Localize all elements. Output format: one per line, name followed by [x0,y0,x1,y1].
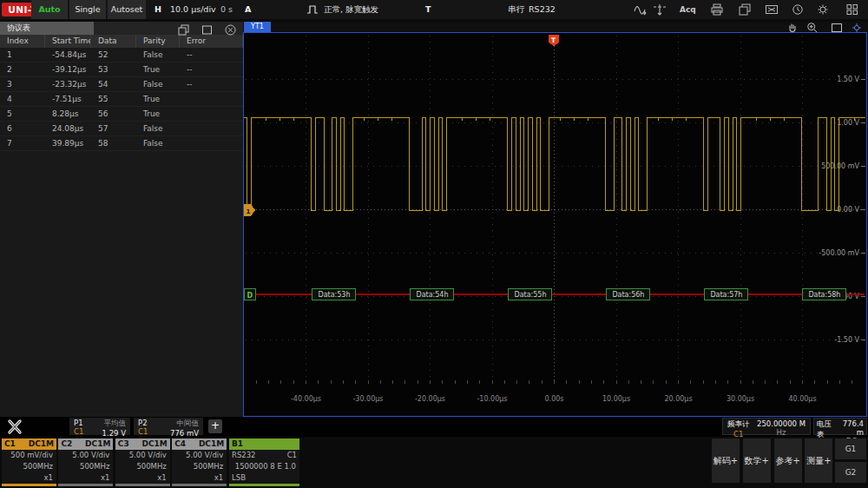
p2-name: P2 [138,419,148,427]
channel-underline [172,484,227,486]
quick-button-1[interactable]: 解码+ [712,439,740,483]
measure-tools-icon[interactable] [6,419,23,439]
channel-block-c4[interactable]: C4DC1M5.00 V/div500MHzx1 [172,439,227,484]
cell-index: 7 [0,136,45,150]
cell-parity: True [136,107,180,121]
zoom-in-icon[interactable] [806,21,819,33]
bus-protocol-row: RS232C1 [229,450,299,461]
table-row[interactable]: 4-7.51µs55True [0,92,243,107]
bus-config: 1500000 8 E 1.0 [229,461,299,472]
bus-header: B1 [229,439,299,450]
print-icon[interactable] [710,3,724,16]
trigger-position-marker[interactable]: T [549,35,559,46]
column-header: Index [0,35,45,48]
bus-name: B1 [232,439,243,450]
cell-error [180,136,243,150]
trigger-status[interactable]: 正常, 脉宽触发 [324,0,378,19]
measurement-p2[interactable]: P2C1 中间值776 mV [134,418,203,435]
channel1-position-marker[interactable]: 1 [244,204,255,216]
channel-coupling: DC1M [199,439,224,450]
horizontal-offset[interactable]: 0 s [220,0,233,19]
bus-source: C1 [287,450,297,461]
box-select-icon[interactable] [831,21,843,33]
channel-block-c2[interactable]: C2DC1M5.00 V/div500MHzx1 [58,439,113,484]
channel-scale: 5.00 V/div [115,450,170,461]
cell-parity: True [136,63,180,76]
timebase-value[interactable]: 10.0 µs/div [170,0,216,19]
table-row[interactable]: 58.28µs56True [0,107,243,122]
window-icon[interactable] [201,23,213,39]
serial-type-label[interactable]: RS232 [529,0,556,19]
time-label: 40.00µs [788,395,816,403]
cell-parity: False [136,122,180,135]
bus-bit-order: LSB [229,472,299,484]
table-title[interactable]: 协议表 [0,22,94,35]
quick-button-4[interactable]: 测量+ [805,439,832,483]
waveform-display[interactable]: 1.50 V1.00 V500.00 mV0.00 V-500.00 mV-1.… [243,32,867,417]
channel-bandwidth: 500MHz [115,461,170,472]
display-settings-icon[interactable] [851,21,863,33]
cell-start: -39.12µs [45,63,91,76]
p1-name: P1 [74,419,83,427]
table-row[interactable]: 3-23.32µs54False-- [0,77,243,92]
g-button-1[interactable]: G1 [835,439,866,459]
time-label: -30.00µs [352,395,383,403]
time-label: 0.00s [545,395,564,403]
quick-button-3[interactable]: 参考+ [774,439,802,483]
table-row[interactable]: 2-39.12µs53True-- [0,63,243,77]
cell-index: 5 [0,107,45,121]
bus-block-b1[interactable]: B1RS232C11500000 8 E 1.0LSB [229,439,299,484]
channel-name: C3 [118,439,129,450]
display-frame-icon[interactable] [765,3,779,16]
channel-name: C4 [174,439,186,450]
g-button-2[interactable]: G2 [835,462,866,483]
pan-hand-icon[interactable] [786,21,799,33]
cell-parity: False [136,136,180,150]
autoset-button[interactable]: Autoset [108,0,146,19]
run-mode-button[interactable]: Auto [31,0,68,19]
channel-bandwidth: 500MHz [58,461,113,472]
single-button[interactable]: Single [69,0,106,19]
cell-start: 39.89µs [45,136,91,150]
channel-block-c1[interactable]: C1DC1M500 mV/div500MHzx1 [2,439,56,484]
clock-icon[interactable] [791,3,805,16]
table-row[interactable]: 739.89µs58False [0,136,243,151]
cell-error: -- [180,48,243,62]
channel-underline [58,484,113,486]
column-header: Parity [136,35,180,48]
view-tab[interactable]: YT1 [244,22,271,32]
table-row[interactable]: 1-54.84µs52False-- [0,48,243,63]
decode-waveform-icon[interactable] [634,3,648,16]
add-measurement-button[interactable]: + [208,419,222,433]
dvm-readout[interactable]: 电压表C1 776.4 mDC [813,418,867,435]
decode-data-box: Data:56h [606,289,649,300]
quick-button-2[interactable]: 数学+ [743,439,771,483]
bus-position-marker[interactable]: D [245,289,256,300]
time-label: 20.00µs [664,395,692,403]
apps-grid-icon[interactable] [845,3,859,16]
table-row[interactable]: 624.08µs57False [0,122,243,136]
cell-error [180,122,243,135]
frequency-counter[interactable]: 频率计C1 250.00000 MHz [722,418,811,435]
volt-label: -1.50 V [834,336,859,344]
close-icon[interactable] [225,23,236,39]
file-manager-icon[interactable] [738,3,752,16]
cell-start: 8.28µs [45,107,91,121]
channel-block-c3[interactable]: C3DC1M5.00 V/div500MHzx1 [115,439,170,484]
vertical-scale-icon[interactable] [653,3,667,16]
cell-index: 3 [0,77,45,91]
column-header: Start Time [45,35,91,48]
serial-mode-label[interactable]: 串行 [508,0,524,19]
settings-gear-icon[interactable] [816,3,830,16]
freq-counter-source: C1 [727,430,750,439]
volt-label: 1.00 V [837,119,859,127]
volt-label: 0.00 V [837,206,859,214]
top-toolbar: UNI-T Auto Single Autoset H 10.0 µs/div … [0,0,868,19]
waveform-tab-bar: YT1 [243,22,868,32]
channel-name: C2 [61,439,72,450]
measurement-p1[interactable]: P1C1 平均值1.29 V [69,418,130,435]
table-title-bar: 协议表 [0,22,243,35]
copy-icon[interactable] [178,23,189,39]
acquire-icon[interactable]: Acq [680,3,696,16]
cell-index: 4 [0,92,45,106]
